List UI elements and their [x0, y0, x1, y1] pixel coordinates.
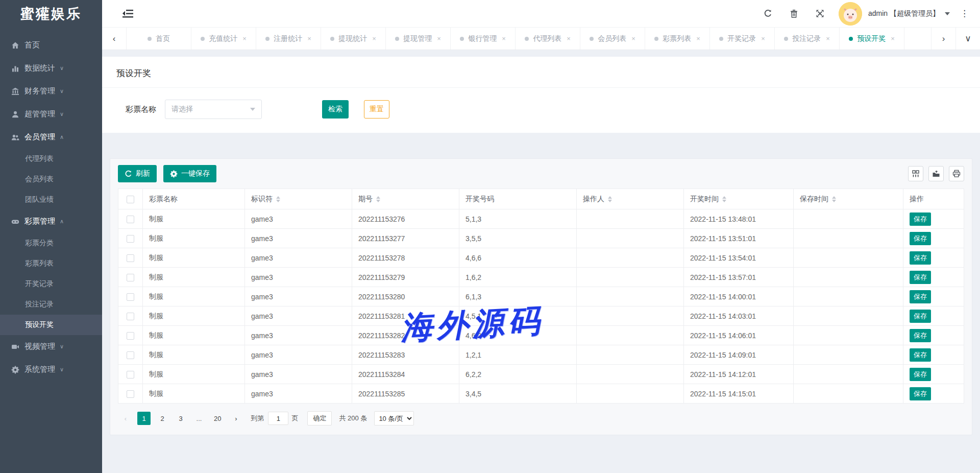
confirm-button[interactable]: 确定: [307, 411, 332, 425]
save-button[interactable]: 保存: [910, 232, 931, 245]
reset-button[interactable]: 重置: [364, 100, 389, 119]
sidebar-item[interactable]: 首页: [0, 34, 102, 57]
save-button[interactable]: 保存: [910, 329, 931, 342]
sidebar-subitem[interactable]: 彩票列表: [0, 253, 102, 274]
page-size-select[interactable]: 10 条/页: [374, 411, 414, 425]
tabs-menu-button[interactable]: ∨: [955, 28, 980, 50]
close-icon[interactable]: ×: [631, 35, 635, 42]
sidebar-item[interactable]: 数据统计∨: [0, 57, 102, 80]
sort-icon[interactable]: [608, 196, 612, 202]
tab[interactable]: 充值统计×: [191, 28, 256, 50]
tab[interactable]: 投注记录×: [775, 28, 840, 50]
next-page-button[interactable]: ›: [229, 412, 242, 425]
tab-dot-icon: [654, 37, 658, 41]
close-icon[interactable]: ×: [372, 35, 376, 42]
sidebar-item[interactable]: 视频管理∨: [0, 335, 102, 358]
avatar[interactable]: [839, 2, 862, 26]
menu-collapse-icon[interactable]: [122, 9, 134, 18]
chevron-down-icon[interactable]: [945, 12, 950, 18]
sort-icon[interactable]: [276, 196, 280, 202]
page-number[interactable]: 20: [211, 412, 224, 425]
row-checkbox[interactable]: [127, 235, 134, 243]
close-icon[interactable]: ×: [761, 35, 765, 42]
page-number[interactable]: 3: [174, 412, 187, 425]
sidebar-item[interactable]: 彩票管理∧: [0, 210, 102, 233]
columns-icon[interactable]: [908, 166, 923, 181]
jump-page-input[interactable]: [268, 412, 288, 425]
lottery-name-select[interactable]: 请选择: [165, 100, 262, 119]
save-button[interactable]: 保存: [910, 348, 931, 362]
page-number[interactable]: 2: [156, 412, 169, 425]
fullscreen-icon[interactable]: [816, 9, 824, 18]
row-checkbox[interactable]: [127, 274, 134, 281]
close-icon[interactable]: ×: [891, 35, 895, 42]
tab[interactable]: 首页: [127, 28, 191, 50]
sort-icon[interactable]: [722, 196, 726, 202]
refresh-icon[interactable]: [764, 9, 772, 18]
close-icon[interactable]: ×: [826, 35, 830, 42]
close-icon[interactable]: ×: [696, 35, 700, 42]
close-icon[interactable]: ×: [567, 35, 571, 42]
more-menu-icon[interactable]: ⋮: [960, 8, 969, 19]
row-checkbox[interactable]: [127, 390, 134, 398]
cell-code: game3: [245, 229, 352, 248]
tabs-scroll-right-button[interactable]: ›: [931, 28, 955, 50]
row-checkbox[interactable]: [127, 293, 134, 301]
print-icon[interactable]: [949, 166, 964, 181]
select-all-checkbox[interactable]: [127, 196, 134, 203]
table-row: 制服game32022111532806,1,32022-11-15 14:00…: [118, 287, 964, 306]
sidebar-item[interactable]: 财务管理∨: [0, 80, 102, 103]
sort-icon[interactable]: [376, 196, 380, 202]
trash-icon[interactable]: [790, 9, 798, 18]
cell-draw_time: 2022-11-15 14:03:01: [684, 306, 794, 326]
close-icon[interactable]: ×: [502, 35, 506, 42]
username[interactable]: admin 【超级管理员】: [868, 9, 940, 18]
tab[interactable]: 彩票列表×: [645, 28, 710, 50]
row-checkbox[interactable]: [127, 254, 134, 262]
cell-code: game3: [245, 248, 352, 268]
tab[interactable]: 提现统计×: [321, 28, 386, 50]
save-button[interactable]: 保存: [910, 368, 931, 381]
row-checkbox[interactable]: [127, 351, 134, 359]
sidebar-item[interactable]: 会员管理∧: [0, 126, 102, 149]
export-icon[interactable]: [928, 166, 944, 181]
sidebar-item[interactable]: 系统管理∨: [0, 358, 102, 381]
tabs-scroll-left-button[interactable]: ‹: [102, 28, 127, 50]
save-button[interactable]: 保存: [910, 310, 931, 323]
tab[interactable]: 会员列表×: [580, 28, 645, 50]
sidebar-subitem[interactable]: 投注记录: [0, 294, 102, 315]
sidebar-subitem[interactable]: 会员列表: [0, 169, 102, 190]
tab[interactable]: 代理列表×: [516, 28, 580, 50]
row-checkbox[interactable]: [127, 371, 134, 379]
prev-page-button[interactable]: ‹: [119, 412, 132, 425]
close-icon[interactable]: ×: [437, 35, 441, 42]
page-number[interactable]: 1: [137, 412, 151, 425]
sidebar-subitem[interactable]: 团队业绩: [0, 190, 102, 210]
row-checkbox[interactable]: [127, 332, 134, 340]
sidebar-subitem[interactable]: 彩票分类: [0, 233, 102, 253]
save-all-button[interactable]: 一键保存: [163, 165, 216, 182]
row-checkbox[interactable]: [127, 313, 134, 320]
tab-label: 彩票列表: [663, 34, 691, 43]
close-icon[interactable]: ×: [307, 35, 311, 42]
sidebar-subitem[interactable]: 预设开奖: [0, 315, 102, 335]
tab[interactable]: 提现管理×: [386, 28, 451, 50]
tab[interactable]: 注册统计×: [256, 28, 321, 50]
tab[interactable]: 银行管理×: [451, 28, 516, 50]
save-button[interactable]: 保存: [910, 271, 931, 284]
save-button[interactable]: 保存: [910, 212, 931, 226]
close-icon[interactable]: ×: [242, 35, 247, 42]
row-checkbox[interactable]: [127, 216, 134, 223]
refresh-button[interactable]: 刷新: [118, 165, 157, 182]
search-button[interactable]: 检索: [322, 100, 349, 119]
save-button[interactable]: 保存: [910, 387, 931, 400]
save-button[interactable]: 保存: [910, 290, 931, 303]
save-button[interactable]: 保存: [910, 251, 931, 265]
sidebar-subitem[interactable]: 代理列表: [0, 149, 102, 169]
tab[interactable]: 开奖记录×: [710, 28, 775, 50]
brand-logo: 蜜獾娱乐: [0, 0, 102, 28]
tab[interactable]: 预设开奖×: [840, 28, 904, 50]
sidebar-item[interactable]: 超管管理∨: [0, 103, 102, 126]
sort-icon[interactable]: [832, 196, 836, 202]
sidebar-subitem[interactable]: 开奖记录: [0, 274, 102, 294]
